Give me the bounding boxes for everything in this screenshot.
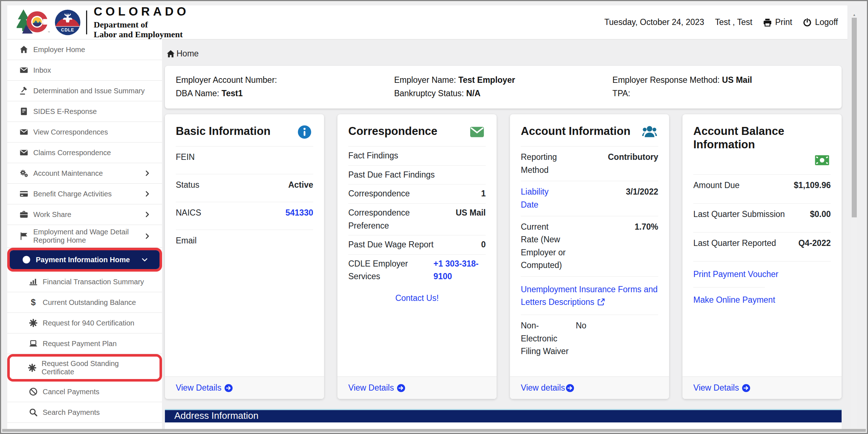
journal-icon bbox=[20, 107, 28, 116]
employer-info-column: Employer Name: Test EmployerBankruptcy S… bbox=[394, 75, 613, 99]
envelope-icon bbox=[20, 128, 28, 136]
vertical-scrollbar[interactable]: ▲ bbox=[851, 12, 857, 428]
print-button[interactable]: Print bbox=[763, 17, 792, 27]
envelope-icon bbox=[20, 66, 28, 75]
row-label: FEIN bbox=[176, 151, 313, 164]
view-details-link[interactable]: View Details bbox=[348, 383, 405, 393]
scrollbar-thumb[interactable] bbox=[852, 18, 857, 217]
sidebar-item-claims-correspondence[interactable]: Claims Correspondence bbox=[7, 142, 162, 163]
briefcase-icon bbox=[20, 210, 28, 219]
card-row-correspondence: Correspondence1 bbox=[348, 184, 486, 203]
card-row-cdle-employer-services: CDLE Employer Services+1 303-318-9100 bbox=[348, 254, 486, 286]
sidebar-item-view-correspondences[interactable]: View Correspondences bbox=[7, 122, 162, 142]
sidebar-item-search-payments[interactable]: Search Payments bbox=[7, 402, 162, 423]
brand-subtitle: Department of Labor and Employment bbox=[94, 20, 190, 39]
card-row-fein: FEIN bbox=[176, 146, 313, 174]
link-contact-us[interactable]: Contact Us! bbox=[348, 286, 486, 307]
row-label: CDLE Employer Services bbox=[348, 258, 434, 283]
sidebar-item-request-payment-plan[interactable]: Request Payment Plan bbox=[7, 333, 162, 354]
row-label: Reporting Method bbox=[521, 151, 570, 176]
brand: ™ CDLE COLORADO Department of Labor and … bbox=[17, 5, 190, 39]
external-link-icon bbox=[597, 298, 605, 306]
sidebar-item-label: Determination and Issue Summary bbox=[33, 87, 145, 95]
sidebar-item-benefit-charge-activities[interactable]: Benefit Charge Activities bbox=[7, 184, 162, 204]
scrollbar-up-arrow[interactable]: ▲ bbox=[851, 12, 857, 18]
logoff-button[interactable]: Logoff bbox=[803, 17, 838, 27]
row-label[interactable]: Liability Date bbox=[521, 186, 570, 211]
field-label: Bankruptcy Status: bbox=[394, 89, 466, 98]
card-title: Basic Information bbox=[176, 124, 271, 138]
field-value: N/A bbox=[466, 89, 481, 98]
cdle-logo: CDLE bbox=[54, 9, 81, 36]
svg-text:CDLE: CDLE bbox=[61, 27, 74, 32]
row-label: Fact Findings bbox=[348, 149, 486, 162]
view-details-link[interactable]: View Details bbox=[176, 383, 233, 393]
sidebar-item-label: Financial Transaction Summary bbox=[43, 278, 144, 286]
card-header: Correspondence bbox=[337, 114, 497, 142]
view-details-link[interactable]: View details bbox=[521, 383, 574, 393]
row-value: No bbox=[576, 319, 658, 332]
sidebar-item-employer-home[interactable]: Employer Home bbox=[7, 39, 162, 60]
sidebar-item-determination-and-issue-summary[interactable]: Determination and Issue Summary bbox=[7, 81, 162, 101]
card-row-email: Email bbox=[176, 230, 313, 258]
card-account-balance-information: Account Balance InformationAmount Due$1,… bbox=[682, 114, 842, 399]
sidebar-item-account-maintenance[interactable]: Account Maintenance bbox=[7, 163, 162, 184]
sidebar-item-label: Request Good Standing Certificate bbox=[42, 359, 153, 376]
field-label: Employer Response Method: bbox=[612, 75, 722, 85]
breadcrumb[interactable]: Home bbox=[166, 49, 845, 59]
row-label: Non-Electronic Filing Waiver bbox=[521, 319, 576, 358]
card-row-non-electronic-filing-waiver: Non-Electronic Filing WaiverNo bbox=[521, 315, 658, 362]
gears-icon bbox=[20, 169, 28, 178]
row-label: Correspondence Preference bbox=[348, 207, 456, 232]
row-value[interactable]: 541330 bbox=[285, 207, 313, 220]
link-unemployment-insurance-forms-and-letters-descriptions[interactable]: Unemployment Insurance Forms and Letters… bbox=[521, 285, 658, 307]
link-row-print-payment-voucher: Print Payment Voucher bbox=[693, 261, 831, 287]
cash-icon bbox=[813, 153, 831, 168]
dashboard-cards: Basic InformationFEINStatusActiveNAICS54… bbox=[165, 114, 842, 399]
card-row-naics: NAICS541330 bbox=[176, 202, 313, 230]
sidebar-item-payment-information-home[interactable]: Payment Information Home bbox=[10, 250, 159, 269]
sidebar-item-label: Current Outstanding Balance bbox=[43, 298, 136, 307]
sidebar-item-cancel-payments[interactable]: Cancel Payments bbox=[7, 382, 162, 402]
employer-info-field: Employer Account Number: bbox=[176, 75, 394, 85]
row-value[interactable]: +1 303-318-9100 bbox=[434, 258, 486, 283]
sidebar-item-sides-e-response[interactable]: SIDES E-Response bbox=[7, 101, 162, 122]
sidebar-item-label: Request Payment Plan bbox=[43, 340, 117, 348]
employer-info-field: DBA Name: Test1 bbox=[176, 89, 394, 98]
sidebar-item-label: SIDES E-Response bbox=[33, 107, 97, 116]
sidebar-item-employment-and-wage-detail-reporting-home[interactable]: Employment and Wage Detail Reporting Hom… bbox=[7, 225, 162, 248]
address-section-body bbox=[165, 422, 842, 429]
sidebar-item-inbox[interactable]: Inbox bbox=[7, 60, 162, 81]
row-label: Last Quarter Reported bbox=[693, 237, 798, 250]
row-value: 1 bbox=[481, 187, 486, 200]
link-make-online-payment[interactable]: Make Online Payment bbox=[693, 295, 775, 305]
sidebar-item-label: Claims Correspondence bbox=[33, 149, 111, 157]
link-row-unemployment-insurance-forms-and-letters-descriptions: Unemployment Insurance Forms and Letters… bbox=[521, 276, 658, 315]
field-label: Employer Name: bbox=[394, 75, 459, 85]
card-header: Account Information bbox=[510, 114, 669, 142]
sidebar-item-label: Work Share bbox=[33, 210, 71, 219]
sidebar-item-work-share[interactable]: Work Share bbox=[7, 204, 162, 225]
sidebar-item-request-good-standing-certificate[interactable]: Request Good Standing Certificate bbox=[10, 357, 159, 379]
field-value: US Mail bbox=[722, 75, 752, 85]
link-print-payment-voucher[interactable]: Print Payment Voucher bbox=[693, 269, 778, 279]
brand-title: COLORADO bbox=[94, 5, 190, 17]
view-details-link[interactable]: View Details bbox=[693, 383, 750, 393]
main-content: Home Employer Account Number: DBA Name: … bbox=[162, 39, 845, 429]
row-label: Email bbox=[176, 234, 313, 247]
highlight-ring-request-good-standing-certificate: Request Good Standing Certificate bbox=[7, 354, 162, 382]
card-body: Amount Due$1,109.96Last Quarter Submissi… bbox=[682, 171, 842, 376]
sidebar-item-request-for-940-certification[interactable]: Request for 940 Certification bbox=[7, 313, 162, 333]
sidebar-item-financial-transaction-summary[interactable]: Financial Transaction Summary bbox=[7, 272, 162, 292]
row-label: Amount Due bbox=[693, 179, 794, 192]
row-value: US Mail bbox=[456, 207, 486, 220]
chevron-right-icon bbox=[144, 211, 150, 218]
sidebar-item-label: View Correspondences bbox=[33, 128, 108, 136]
sidebar: Employer HomeInboxDetermination and Issu… bbox=[7, 39, 162, 429]
card-row-current-rate-new-employer-or-computed: Current Rate (New Employer or Computed)1… bbox=[521, 216, 658, 277]
search-icon bbox=[29, 408, 38, 417]
employer-info-field: Employer Response Method: US Mail bbox=[612, 75, 831, 85]
credit-card-icon bbox=[20, 190, 28, 198]
card-title: Account Balance Information bbox=[693, 124, 831, 151]
sidebar-item-current-outstanding-balance[interactable]: $Current Outstanding Balance bbox=[7, 292, 162, 313]
